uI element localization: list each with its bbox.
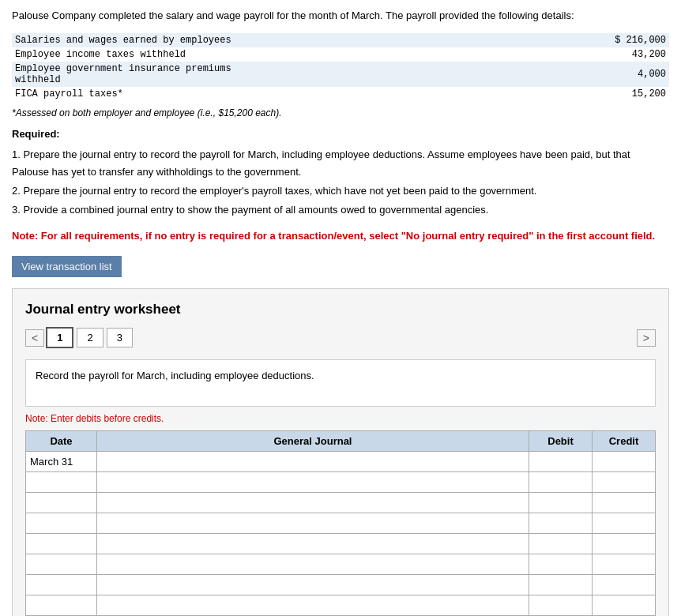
general-journal-input[interactable] — [97, 534, 529, 554]
debit-input-cell[interactable] — [529, 575, 593, 595]
debit-input-cell[interactable] — [529, 513, 593, 534]
debit-input-cell[interactable] — [529, 472, 593, 493]
details-table: Salaries and wages earned by employees $… — [12, 33, 669, 101]
view-transaction-button[interactable]: View transaction list — [12, 256, 122, 277]
table-row — [26, 595, 656, 616]
general-journal-input-cell[interactable] — [97, 534, 529, 554]
tab-prev-arrow[interactable]: < — [25, 329, 44, 347]
debit-input-cell[interactable] — [529, 554, 593, 575]
general-journal-input-cell[interactable] — [97, 575, 529, 595]
date-cell — [26, 554, 97, 575]
table-row — [26, 554, 656, 575]
general-journal-input[interactable] — [97, 493, 529, 513]
debit-input-cell[interactable] — [529, 595, 593, 616]
detail-value: 4,000 — [280, 62, 669, 87]
instruction-box: Record the payroll for March, including … — [25, 359, 656, 407]
credit-input-cell[interactable] — [593, 554, 656, 575]
credit-input[interactable] — [593, 452, 655, 471]
note-debits: Note: Enter debits before credits. — [25, 413, 656, 424]
tab-next-arrow[interactable]: > — [637, 329, 656, 347]
debit-input[interactable] — [529, 554, 592, 574]
worksheet-title: Journal entry worksheet — [25, 302, 656, 317]
general-journal-input[interactable] — [97, 452, 529, 471]
assessed-note: *Assessed on both employer and employee … — [12, 107, 669, 118]
credit-input-cell[interactable] — [593, 493, 656, 513]
credit-input[interactable] — [593, 595, 655, 615]
date-cell — [26, 513, 97, 534]
detail-value: 43,200 — [280, 47, 669, 62]
detail-label: Employee government insurance premiums w… — [12, 62, 280, 87]
table-row — [26, 575, 656, 595]
date-cell — [26, 575, 97, 595]
tab-1[interactable]: 1 — [46, 327, 73, 348]
general-journal-input-cell[interactable] — [97, 472, 529, 493]
header-general-journal: General Journal — [97, 431, 529, 452]
general-journal-input[interactable] — [97, 513, 529, 533]
credit-input[interactable] — [593, 472, 655, 492]
date-cell — [26, 534, 97, 554]
table-row — [26, 472, 656, 493]
credit-input-cell[interactable] — [593, 513, 656, 534]
debit-input[interactable] — [529, 472, 592, 492]
debit-input[interactable] — [529, 513, 592, 533]
tab-row: < 1 2 3 > — [25, 327, 656, 348]
general-journal-input[interactable] — [97, 595, 529, 615]
general-journal-input[interactable] — [97, 554, 529, 574]
credit-input[interactable] — [593, 513, 655, 533]
general-journal-input-cell[interactable] — [97, 452, 529, 472]
debit-input[interactable] — [529, 493, 592, 513]
header-credit: Credit — [593, 431, 656, 452]
general-journal-input-cell[interactable] — [97, 493, 529, 513]
tab-2[interactable]: 2 — [77, 328, 103, 347]
debit-input[interactable] — [529, 452, 592, 471]
date-cell — [26, 493, 97, 513]
table-row — [26, 493, 656, 513]
credit-input-cell[interactable] — [593, 595, 656, 616]
tab-3[interactable]: 3 — [107, 328, 133, 347]
header-date: Date — [26, 431, 97, 452]
debit-input[interactable] — [529, 575, 592, 595]
credit-input-cell[interactable] — [593, 452, 656, 472]
requirements: 1. Prepare the journal entry to record t… — [12, 146, 669, 219]
general-journal-input[interactable] — [97, 575, 529, 595]
credit-input[interactable] — [593, 554, 655, 574]
date-cell — [26, 472, 97, 493]
general-journal-input-cell[interactable] — [97, 554, 529, 575]
table-row — [26, 534, 656, 554]
credit-input-cell[interactable] — [593, 575, 656, 595]
general-journal-input-cell[interactable] — [97, 595, 529, 616]
detail-value: $ 216,000 — [280, 33, 669, 47]
debit-input[interactable] — [529, 534, 592, 554]
note-red: Note: For all requirements, if no entry … — [12, 228, 669, 244]
detail-label: FICA payroll taxes* — [12, 87, 280, 101]
date-cell — [26, 595, 97, 616]
debit-input[interactable] — [529, 595, 592, 615]
detail-value: 15,200 — [280, 87, 669, 101]
intro-text: Palouse Company completed the salary and… — [12, 8, 669, 24]
debit-input-cell[interactable] — [529, 493, 593, 513]
credit-input[interactable] — [593, 493, 655, 513]
date-cell: March 31 — [26, 452, 97, 472]
credit-input-cell[interactable] — [593, 534, 656, 554]
debit-input-cell[interactable] — [529, 452, 593, 472]
credit-input[interactable] — [593, 575, 655, 595]
journal-table: Date General Journal Debit Credit March … — [25, 430, 656, 616]
journal-entry-worksheet: Journal entry worksheet < 1 2 3 > Record… — [12, 288, 669, 616]
header-debit: Debit — [529, 431, 593, 452]
credit-input[interactable] — [593, 534, 655, 554]
detail-label: Employee income taxes withheld — [12, 47, 280, 62]
table-row: March 31 — [26, 452, 656, 472]
general-journal-input-cell[interactable] — [97, 513, 529, 534]
debit-input-cell[interactable] — [529, 534, 593, 554]
required-label: Required: — [12, 128, 669, 140]
table-row — [26, 513, 656, 534]
general-journal-input[interactable] — [97, 472, 529, 492]
credit-input-cell[interactable] — [593, 472, 656, 493]
detail-label: Salaries and wages earned by employees — [12, 33, 280, 47]
